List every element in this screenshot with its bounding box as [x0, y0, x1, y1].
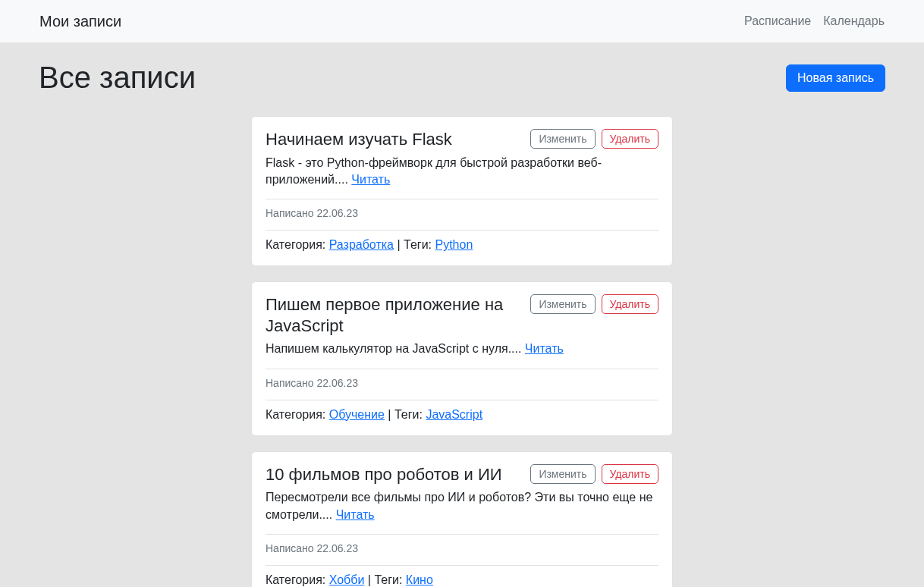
written-label: Написано — [266, 377, 314, 389]
meta-divider: | — [394, 238, 404, 251]
post-excerpt: Flask - это Python-фреймворк для быстрой… — [266, 156, 602, 186]
post-meta-line: Категория: Хобби | Теги: Кино — [266, 573, 658, 587]
card-wrap: Начинаем изучать Flask Изменить Удалить … — [39, 116, 885, 266]
card-divider — [266, 230, 658, 231]
written-label: Написано — [266, 207, 314, 219]
category-label: Категория: — [266, 238, 325, 251]
post-actions: Изменить Удалить — [530, 294, 658, 314]
nav-link-schedule[interactable]: Расписание — [744, 14, 811, 28]
post-body: Напишем калькулятор на JavaScript с нуля… — [266, 341, 658, 357]
post-excerpt: Напишем калькулятор на JavaScript с нуля… — [266, 342, 521, 355]
card-wrap: 10 фильмов про роботов и ИИ Изменить Уда… — [39, 451, 885, 587]
card-top: Пишем первое приложение на JavaScript Из… — [266, 294, 658, 341]
written-label: Написано — [266, 542, 314, 554]
navbar-brand[interactable]: Мои записи — [39, 13, 121, 30]
post-excerpt: Пересмотрели все фильмы про ИИ и роботов… — [266, 491, 652, 520]
card-top: Начинаем изучать Flask Изменить Удалить — [266, 129, 658, 155]
post-date: 22.06.23 — [317, 542, 359, 554]
category-link[interactable]: Обучение — [329, 408, 385, 421]
category-label: Категория: — [266, 408, 325, 421]
post-body: Пересмотрели все фильмы про ИИ и роботов… — [266, 489, 658, 523]
delete-button[interactable]: Удалить — [602, 129, 658, 149]
meta-divider: | — [385, 408, 394, 421]
post-actions: Изменить Удалить — [530, 129, 658, 149]
edit-button[interactable]: Изменить — [530, 294, 595, 314]
page-header: Все записи Новая запись — [39, 61, 885, 95]
tags-label: Теги: — [404, 238, 432, 251]
post-title: 10 фильмов про роботов и ИИ — [266, 464, 502, 485]
tag-link[interactable]: Python — [435, 238, 473, 251]
meta-divider: | — [364, 573, 374, 586]
edit-button[interactable]: Изменить — [530, 129, 595, 149]
tag-link[interactable]: JavaScript — [426, 408, 482, 421]
card-top: 10 фильмов про роботов и ИИ Изменить Уда… — [266, 464, 658, 490]
post-date-line: Написано 22.06.23 — [266, 377, 658, 389]
main-container: Все записи Новая запись Начинаем изучать… — [39, 61, 885, 587]
read-more-link[interactable]: Читать — [525, 342, 564, 355]
delete-button[interactable]: Удалить — [602, 464, 658, 484]
post-body: Flask - это Python-фреймворк для быстрой… — [266, 155, 658, 189]
post-date-line: Написано 22.06.23 — [266, 207, 658, 219]
tags-label: Теги: — [394, 408, 423, 421]
post-date: 22.06.23 — [317, 377, 359, 389]
delete-button[interactable]: Удалить — [602, 294, 658, 314]
card-divider — [266, 369, 658, 369]
post-meta-line: Категория: Разработка | Теги: Python — [266, 238, 658, 252]
read-more-link[interactable]: Читать — [336, 508, 375, 521]
navbar-links: Расписание Календарь — [744, 14, 885, 28]
category-label: Категория: — [266, 573, 325, 586]
card-divider — [266, 400, 658, 400]
post-meta-line: Категория: Обучение | Теги: JavaScript — [266, 408, 658, 422]
post-card: 10 фильмов про роботов и ИИ Изменить Уда… — [251, 451, 673, 587]
card-divider — [266, 534, 658, 535]
post-actions: Изменить Удалить — [530, 464, 658, 484]
card-divider — [266, 199, 658, 199]
new-post-button[interactable]: Новая запись — [786, 64, 885, 92]
category-link[interactable]: Разработка — [329, 238, 394, 251]
tags-label: Теги: — [374, 573, 402, 586]
post-date: 22.06.23 — [317, 207, 359, 219]
card-wrap: Пишем первое приложение на JavaScript Из… — [39, 281, 885, 435]
post-title: Начинаем изучать Flask — [266, 129, 452, 150]
post-date-line: Написано 22.06.23 — [266, 542, 658, 554]
post-card: Пишем первое приложение на JavaScript Из… — [251, 281, 673, 435]
tag-link[interactable]: Кино — [406, 573, 433, 586]
nav-link-calendar[interactable]: Календарь — [823, 14, 885, 28]
page-title: Все записи — [39, 61, 196, 95]
navbar: Мои записи Расписание Календарь — [0, 0, 924, 42]
read-more-link[interactable]: Читать — [351, 173, 390, 186]
card-divider — [266, 565, 658, 566]
post-card: Начинаем изучать Flask Изменить Удалить … — [251, 116, 673, 266]
post-title: Пишем первое приложение на JavaScript — [266, 294, 521, 336]
edit-button[interactable]: Изменить — [530, 464, 595, 484]
category-link[interactable]: Хобби — [329, 573, 365, 586]
